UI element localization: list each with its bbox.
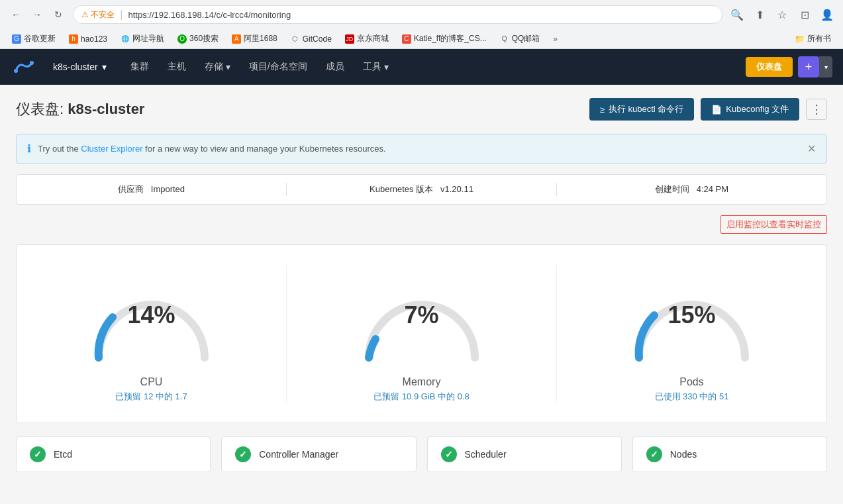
status-controller-manager: ✓ Controller Manager [221,436,416,472]
bookmark-qq-label: QQ邮箱 [512,33,540,44]
cpu-gauge-wrapper: 14% [85,265,218,371]
app-logo [11,56,37,77]
bookmarks-folder[interactable]: 📁 所有书 [789,32,836,46]
forward-button[interactable]: → [28,5,46,24]
bookmark-jd-icon: JD [345,34,354,44]
window-icon[interactable]: ⊡ [795,5,814,24]
kubectl-button[interactable]: ≥ 执行 kubectl 命令行 [589,98,695,121]
add-button[interactable]: + [798,56,819,77]
bookmark-icon[interactable]: ☆ [773,5,791,24]
nav-item-projects[interactable]: 项目/命名空间 [241,57,315,77]
status-nodes: ✓ Nodes [632,436,827,472]
nav-members-label: 成员 [326,61,344,73]
enable-monitoring-link[interactable]: 启用监控以查看实时监控 [720,215,827,234]
bookmark-1688-label: 阿里1688 [244,33,277,44]
cluster-selector[interactable]: k8s-cluster ▾ [48,59,112,75]
bookmark-gitcode[interactable]: ⬡ GitCode [285,33,337,45]
memory-title: Memory [403,376,441,388]
bookmark-qq[interactable]: Q QQ邮箱 [495,32,546,46]
pods-gauge-wrapper: 15% [626,265,758,371]
more-options-button[interactable]: ⋮ [806,99,827,120]
bookmarks-right: 📁 所有书 [789,32,836,46]
search-icon[interactable]: 🔍 [728,5,746,24]
nav-host-label: 主机 [168,61,186,73]
status-scheduler: ✓ Scheduler [427,436,622,472]
k8s-version-info: Kubernetes 版本 v1.20.11 [287,183,556,195]
cluster-explorer-link[interactable]: Cluster Explorer [81,144,142,154]
bookmarks-bar: G 谷歌更新 h hao123 🌐 网址导航 O 360搜索 A 阿里1688 … [0,29,843,49]
kubectl-label: 执行 kubectl 命令行 [609,103,683,115]
bookmark-katie[interactable]: C Katie_ff的博客_CS... [397,32,492,46]
bookmark-jd[interactable]: JD 京东商城 [340,32,394,46]
bookmark-google-update[interactable]: G 谷歌更新 [7,32,61,46]
svg-point-1 [14,69,18,73]
header-right: 仪表盘 + ▾ [746,56,832,77]
kubeconfig-button[interactable]: 📄 Kubeconfig 文件 [701,98,799,121]
back-button[interactable]: ← [7,5,25,24]
nav-tools-arrow-icon: ▾ [384,62,389,72]
status-bar: ✓ Etcd ✓ Controller Manager ✓ Scheduler … [16,436,827,472]
nav-item-members[interactable]: 成员 [318,57,352,77]
page-content: 仪表盘: k8s-cluster ≥ 执行 kubectl 命令行 📄 Kube… [0,85,843,485]
k8s-value: v1.20.11 [440,184,473,194]
profile-icon[interactable]: 👤 [818,5,836,24]
bookmark-gitcode-label: GitCode [303,34,332,44]
bookmark-google-icon: G [12,34,21,44]
bookmark-gitcode-icon: ⬡ [291,34,300,44]
nav-item-tools[interactable]: 工具 ▾ [355,57,397,77]
add-dropdown-button[interactable]: ▾ [819,56,832,77]
cpu-gauge: 14% CPU 已预留 12 中的 1.7 [30,265,273,403]
created-label: 创建时间 [655,184,689,194]
nav-item-host[interactable]: 主机 [160,57,194,77]
bookmark-jd-label: 京东商城 [357,33,389,44]
folder-label: 所有书 [807,33,831,44]
page-title-prefix: 仪表盘: [16,101,64,117]
bookmark-katie-label: Katie_ff的博客_CS... [414,33,487,44]
nav-item-storage[interactable]: 存储 ▾ [197,57,238,77]
scheduler-label: Scheduler [465,449,507,460]
nav-item-cluster[interactable]: 集群 [123,57,157,77]
info-text-before: Try out the [38,144,81,154]
address-bar[interactable]: ⚠ 不安全 | https://192.168.198.14/c/c-lrcc4… [73,5,722,24]
cpu-subtitle: 已预留 12 中的 1.7 [115,391,187,403]
bookmark-qq-icon: Q [500,34,509,44]
monitoring-link-container: 启用监控以查看实时监控 [16,215,827,234]
created-value: 4:24 PM [697,184,728,194]
url-display: https://192.168.198.14/c/c-lrcc4/monitor… [128,10,291,20]
browser-toolbar: ← → ↻ ⚠ 不安全 | https://192.168.198.14/c/c… [0,0,843,29]
bookmarks-more[interactable]: » [548,33,563,45]
info-close-button[interactable]: ✕ [807,142,816,155]
etcd-label: Etcd [54,449,72,460]
rancher-logo-icon [11,56,37,77]
page-actions: ≥ 执行 kubectl 命令行 📄 Kubeconfig 文件 ⋮ [589,98,827,121]
provider-info: 供应商 Imported [17,183,286,195]
cluster-info-bar: 供应商 Imported Kubernetes 版本 v1.20.11 创建时间… [16,174,827,205]
info-banner: ℹ Try out the Cluster Explorer for a new… [16,134,827,164]
memory-subtitle: 已预留 10.9 GiB 中的 0.8 [373,391,470,403]
cpu-title: CPU [140,376,163,388]
memory-gauge-wrapper: 7% [356,265,488,371]
nav-storage-arrow-icon: ▾ [226,62,230,72]
reload-button[interactable]: ↻ [49,5,68,24]
bookmark-nav[interactable]: 🌐 网址导航 [115,32,170,46]
bookmark-360[interactable]: O 360搜索 [172,32,224,46]
nav-menu: 集群 主机 存储 ▾ 项目/命名空间 成员 工具 ▾ [123,57,735,77]
memory-gauge: 7% Memory 已预留 10.9 GiB 中的 0.8 [300,265,543,403]
bookmark-1688[interactable]: A 阿里1688 [226,32,283,46]
dashboard-button[interactable]: 仪表盘 [746,57,793,77]
bookmark-hao123[interactable]: h hao123 [64,33,113,45]
k8s-label: Kubernetes 版本 [370,184,433,194]
scheduler-check-icon: ✓ [441,446,457,462]
svg-point-2 [30,61,34,65]
bookmark-360-label: 360搜索 [189,33,219,44]
bookmark-hao123-label: hao123 [81,34,107,44]
nav-tools-label: 工具 [363,61,381,73]
nav-projects-label: 项目/命名空间 [249,61,307,73]
gauge-divider-2 [556,265,557,403]
pods-gauge: 15% Pods 已使用 330 中的 51 [570,265,813,403]
nav-storage-label: 存储 [205,61,223,73]
cpu-percent-label: 14% [127,301,175,329]
add-button-group: + ▾ [798,56,832,77]
bookmark-360-icon: O [177,34,187,44]
share-icon[interactable]: ⬆ [750,5,769,24]
